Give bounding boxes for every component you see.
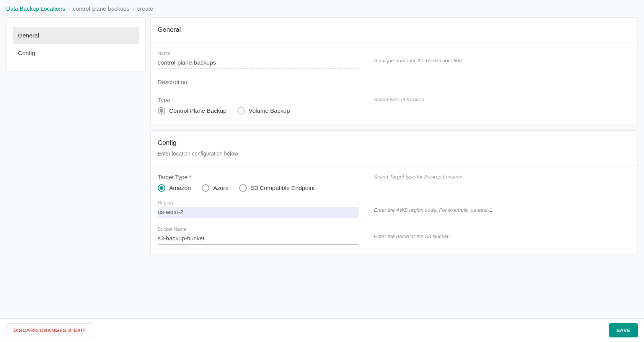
card-config-subtitle: Enter location configuration below: [158, 151, 631, 157]
name-hint: A unique name for the backup location: [374, 51, 631, 63]
description-hint: [374, 77, 631, 84]
card-config-title: Config: [158, 139, 631, 147]
radio-icon: [158, 107, 165, 115]
radio-icon: [158, 184, 165, 192]
bucket-hint: Enter the name of the S3 Bucket: [374, 227, 631, 239]
radio-label: Amazon: [169, 185, 191, 191]
radio-target-amazon[interactable]: Amazon: [158, 184, 191, 192]
footer-bar: Discard Changes & Exit Save: [0, 318, 644, 342]
target-type-label: Target Type *: [158, 174, 359, 180]
breadcrumb-sep: ›: [132, 6, 134, 11]
sidenav-item-label: General: [18, 32, 39, 39]
target-type-hint: Select Target type for Backup Location: [374, 174, 631, 180]
card-general-title: General: [158, 26, 631, 34]
breadcrumb-mid: control-plane-backups: [73, 5, 130, 12]
radio-target-s3compat[interactable]: S3 Compatible Endpoint: [239, 184, 315, 192]
radio-label: Azure: [213, 185, 229, 191]
bucket-input[interactable]: [158, 233, 359, 245]
breadcrumb-leaf: create: [137, 5, 153, 12]
card-general: General Name A unique name for the backu…: [150, 17, 638, 125]
region-label: Region: [158, 200, 359, 206]
radio-type-control-plane[interactable]: Control Plane Backup: [158, 107, 227, 115]
radio-label: S3 Compatible Endpoint: [251, 185, 315, 191]
type-hint: Select type of location: [374, 97, 631, 102]
breadcrumb-sep: ›: [68, 6, 70, 11]
radio-icon: [239, 184, 247, 192]
radio-label: Volume Backup: [249, 107, 290, 114]
region-input[interactable]: [158, 207, 359, 218]
sidenav-item-label: Config: [18, 50, 35, 56]
type-label: Type: [158, 97, 359, 103]
save-button[interactable]: Save: [609, 323, 638, 337]
name-input[interactable]: [158, 58, 359, 69]
radio-icon: [202, 184, 209, 192]
radio-label: Control Plane Backup: [169, 107, 227, 114]
breadcrumb-root[interactable]: Data Backup Locations: [6, 5, 65, 12]
description-input[interactable]: [158, 77, 359, 88]
side-nav: General Config: [6, 17, 146, 71]
sidenav-item-config[interactable]: Config: [13, 44, 139, 62]
radio-type-volume[interactable]: Volume Backup: [237, 107, 290, 115]
radio-icon: [237, 107, 245, 115]
breadcrumb: Data Backup Locations › control-plane-ba…: [0, 0, 644, 17]
radio-target-azure[interactable]: Azure: [202, 184, 229, 192]
bucket-label: Bucket Name: [158, 227, 359, 232]
discard-button[interactable]: Discard Changes & Exit: [6, 323, 93, 337]
sidenav-item-general[interactable]: General: [13, 27, 139, 44]
region-hint: Enter the AWS region code. For example, …: [374, 200, 631, 213]
card-config: Config Enter location configuration belo…: [150, 130, 638, 255]
name-label: Name: [158, 51, 359, 56]
